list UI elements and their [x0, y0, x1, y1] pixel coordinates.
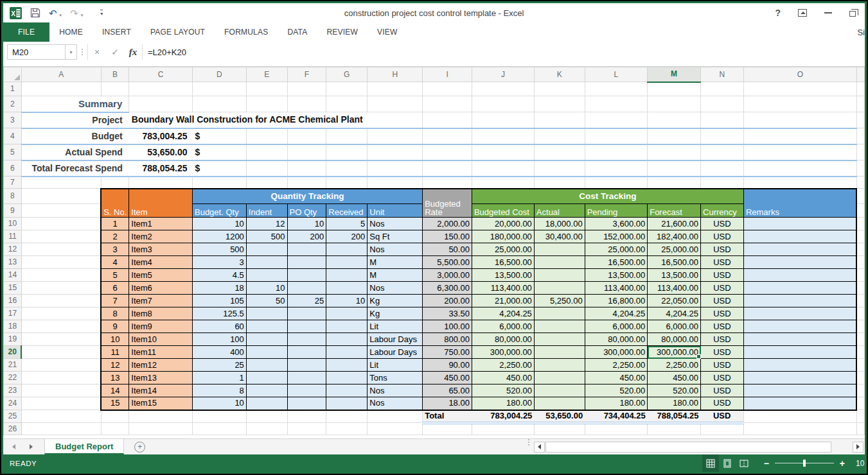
cell-N12-currency[interactable]: USD — [701, 243, 744, 256]
cell-P20[interactable] — [856, 346, 864, 359]
cell-K2[interactable] — [534, 96, 585, 112]
cell-E23-indent[interactable] — [246, 384, 287, 397]
cell-K17-actual[interactable] — [534, 307, 585, 320]
summary-unit-5[interactable]: $ — [192, 144, 246, 160]
cell-H25[interactable] — [368, 410, 423, 423]
cell-J21-budgeted-cost[interactable]: 2,250.00 — [472, 359, 534, 372]
cell-G10-received[interactable]: 5 — [326, 218, 368, 230]
cell-B22-sno[interactable]: 13 — [101, 372, 129, 384]
redo-icon[interactable]: ↷ — [70, 8, 78, 18]
cell-J6[interactable] — [472, 160, 534, 177]
total-pending[interactable]: 734,404.25 — [585, 410, 648, 423]
cell-F12-po-qty[interactable] — [287, 243, 326, 256]
cell-P7[interactable] — [856, 177, 864, 189]
cell-P16[interactable] — [856, 295, 864, 307]
cell-F6[interactable] — [287, 160, 326, 177]
cell-B19-sno[interactable]: 10 — [101, 333, 129, 346]
cell-N16-currency[interactable]: USD — [701, 295, 744, 307]
cell-A7[interactable] — [21, 177, 101, 189]
cell-D2[interactable] — [192, 96, 246, 112]
cell-O20-remarks[interactable] — [743, 346, 856, 359]
cell-K19-actual[interactable] — [534, 333, 585, 346]
cell-L1[interactable] — [585, 82, 648, 96]
cell-C10-item[interactable]: Item1 — [129, 218, 193, 230]
redo-dropdown-icon[interactable]: ▾ — [81, 13, 84, 19]
cell-B10-sno[interactable]: 1 — [101, 218, 129, 230]
row-header-18[interactable]: 18 — [4, 320, 22, 333]
cell-G23-received[interactable] — [326, 384, 368, 397]
cell-I23-rate[interactable]: 65.00 — [423, 384, 472, 397]
cell-B12-sno[interactable]: 3 — [101, 243, 129, 256]
cell-L21-pending[interactable]: 2,250.00 — [585, 359, 648, 372]
cell-C22-item[interactable]: Item13 — [129, 372, 193, 384]
cell-B26[interactable] — [101, 423, 129, 435]
cell-K7[interactable] — [534, 177, 585, 189]
cell-O25[interactable] — [743, 410, 856, 423]
zoom-slider-thumb[interactable] — [803, 460, 806, 467]
cell-G14-received[interactable] — [326, 269, 368, 282]
header-item[interactable]: Item — [129, 189, 193, 218]
cell-C25[interactable] — [129, 410, 193, 423]
restore-window-icon[interactable] — [849, 11, 856, 17]
cell-P11[interactable] — [856, 230, 864, 243]
cell-I7[interactable] — [423, 177, 472, 189]
col-header-L[interactable]: L — [585, 67, 648, 82]
summary-label-5[interactable]: Actual Spend — [21, 144, 128, 160]
page-break-preview-icon[interactable] — [736, 454, 752, 472]
cell-J3[interactable] — [472, 112, 534, 128]
cell-E13-indent[interactable] — [246, 256, 287, 269]
cell-H24-unit[interactable]: Nos — [368, 397, 423, 410]
cell-C24-item[interactable]: Item15 — [129, 397, 193, 410]
row-header-19[interactable]: 19 — [4, 333, 22, 346]
cell-F18-po-qty[interactable] — [287, 320, 326, 333]
row-header-2[interactable]: 2 — [4, 96, 22, 112]
ribbon-tab-view[interactable]: VIEW — [368, 22, 407, 42]
cell-P9[interactable] — [856, 204, 864, 218]
col-header-A[interactable]: A — [21, 67, 101, 82]
cell-O1[interactable] — [743, 82, 856, 96]
cell-L14-pending[interactable]: 13,500.00 — [585, 269, 648, 282]
cell-H15-unit[interactable]: Nos — [368, 282, 423, 295]
cell-O19-remarks[interactable] — [743, 333, 856, 346]
cell-L17-pending[interactable]: 4,204.25 — [585, 307, 648, 320]
cell-I18-rate[interactable]: 100.00 — [423, 320, 472, 333]
cell-L22-pending[interactable]: 450.00 — [585, 372, 648, 384]
cell-I6[interactable] — [423, 160, 472, 177]
cell-H18-unit[interactable]: Lit — [368, 320, 423, 333]
cell-G22-received[interactable] — [326, 372, 368, 384]
header-quantity-tracking[interactable]: Quantity Tracking — [192, 189, 422, 204]
formula-input[interactable]: =L20+K20 — [143, 44, 865, 60]
subheader-actual[interactable]: Actual — [534, 204, 585, 218]
cell-H12-unit[interactable]: Nos — [368, 243, 423, 256]
cell-M26[interactable] — [648, 423, 701, 435]
col-header-G[interactable]: G — [326, 67, 368, 82]
new-sheet-icon[interactable]: + — [134, 442, 145, 453]
cell-J15-budgeted-cost[interactable]: 113,400.00 — [472, 282, 534, 295]
cell-A12[interactable] — [21, 243, 101, 256]
cell-F21-po-qty[interactable] — [287, 359, 326, 372]
cell-D14-budget-qty[interactable]: 4.5 — [192, 269, 246, 282]
cell-M20-forecast[interactable]: 300,000.00 — [648, 346, 701, 359]
cell-A22[interactable] — [21, 372, 101, 384]
zoom-out-icon[interactable]: − — [764, 458, 769, 469]
cell-I15-rate[interactable]: 6,300.00 — [423, 282, 472, 295]
row-header-21[interactable]: 21 — [4, 359, 22, 372]
cell-L19-pending[interactable]: 80,000.00 — [585, 333, 648, 346]
col-header-C[interactable]: C — [129, 67, 193, 82]
cell-D18-budget-qty[interactable]: 60 — [192, 320, 246, 333]
cell-G20-received[interactable] — [326, 346, 368, 359]
cell-H11-unit[interactable]: Sq Ft — [368, 230, 423, 243]
subheader-currency[interactable]: Currency — [701, 204, 744, 218]
col-header-B[interactable]: B — [101, 67, 129, 82]
cell-K21-actual[interactable] — [534, 359, 585, 372]
cell-E12-indent[interactable] — [246, 243, 287, 256]
cell-P4[interactable] — [856, 128, 864, 144]
cell-N11-currency[interactable]: USD — [701, 230, 744, 243]
cell-B13-sno[interactable]: 4 — [101, 256, 129, 269]
cell-I13-rate[interactable]: 5,500.00 — [423, 256, 472, 269]
cell-M13-forecast[interactable]: 16,500.00 — [648, 256, 701, 269]
cell-J19-budgeted-cost[interactable]: 80,000.00 — [472, 333, 534, 346]
cell-G13-received[interactable] — [326, 256, 368, 269]
cell-D16-budget-qty[interactable]: 105 — [192, 295, 246, 307]
cell-M24-forecast[interactable]: 180.00 — [648, 397, 701, 410]
